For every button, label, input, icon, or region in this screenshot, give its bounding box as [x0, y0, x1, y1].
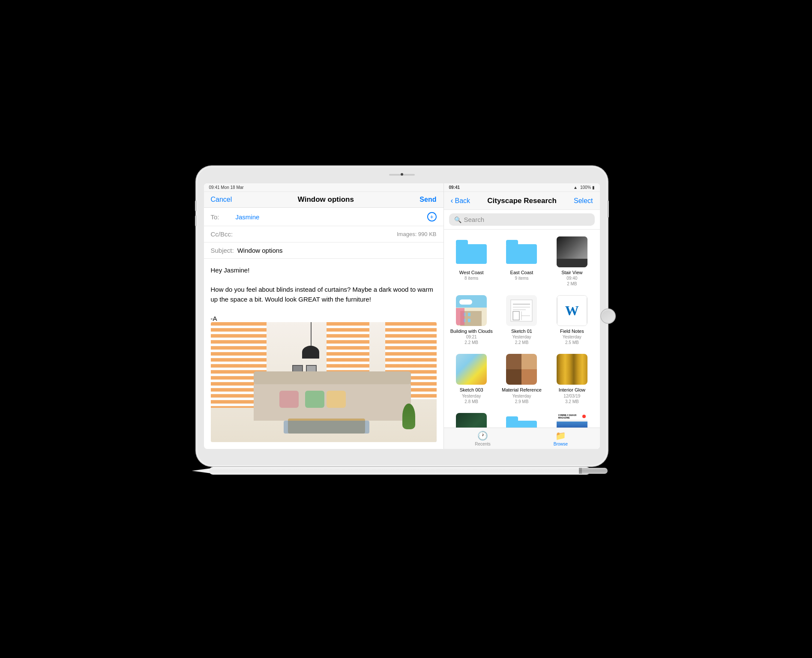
folder-body-2 — [506, 244, 537, 264]
file-item-stair-view[interactable]: Stair View 09:40 2 MB — [548, 233, 596, 290]
west-coast-thumb — [456, 236, 487, 267]
building-meta2: 2.2 MB — [464, 340, 478, 345]
back-arrow-icon: ‹ — [451, 196, 453, 205]
battery-percent: 100% — [580, 185, 591, 190]
recents-icon: 🕐 — [477, 431, 488, 441]
recents-label: Recents — [475, 442, 491, 446]
volume-up-button[interactable] — [195, 200, 197, 211]
search-bar[interactable]: 🔍 Search — [449, 213, 595, 226]
subject-label: Subject: — [211, 247, 234, 254]
sketch003-meta2: 2.8 MB — [464, 399, 478, 404]
browse-icon: 📁 — [555, 431, 566, 441]
folder3-icon — [506, 416, 537, 428]
battery-icon: ▮ — [592, 185, 595, 190]
cancel-button[interactable]: Cancel — [211, 196, 232, 203]
interior-name: Interior Glow — [559, 387, 585, 393]
ipad-screen: 09:41 Mon 18 Mar Cancel Window options S… — [204, 183, 600, 449]
building-accent — [456, 308, 464, 325]
file-item-west-coast[interactable]: West Coast 8 items — [447, 233, 496, 290]
body-signature: -A — [211, 314, 437, 323]
mail-status-bar: 09:41 Mon 18 Mar — [204, 183, 443, 192]
folder-body — [456, 244, 487, 264]
east-coast-meta: 9 items — [515, 275, 528, 281]
interior-image — [557, 354, 587, 385]
back-button[interactable]: ‹ Back — [451, 196, 470, 205]
stair-view-thumb — [557, 236, 587, 267]
to-field: To: Jasmine + — [204, 208, 443, 226]
folder-icon-2 — [506, 240, 537, 264]
file-item-sketch01[interactable]: Sketch 01 Yesterday 2.2 MB — [497, 292, 546, 349]
to-value[interactable]: Jasmine — [236, 213, 427, 221]
body-line-2: How do you feel about blinds instead of … — [211, 285, 437, 304]
file-item-green-book[interactable] — [447, 410, 496, 428]
images-size-label: Images: 990 KB — [397, 231, 437, 237]
material-name: Material Reference — [502, 387, 542, 393]
files-time: 09:41 — [449, 185, 460, 190]
file-item-field-notes[interactable]: W Field Notes Yesterday 2.5 MB — [548, 292, 596, 349]
mail-toolbar: Cancel Window options Send — [204, 192, 443, 208]
sketch01-meta2: 2.2 MB — [515, 340, 529, 345]
search-icon: 🔍 — [454, 216, 461, 223]
file-item-east-coast[interactable]: East Coast 9 items — [497, 233, 546, 290]
green-book-image — [456, 413, 487, 428]
files-panel: 09:41 ▲ 100% ▮ ‹ Back Citysc — [444, 183, 600, 449]
pendant-shade — [302, 346, 319, 359]
material-thumb — [506, 354, 537, 385]
front-camera — [401, 173, 403, 176]
sketch01-image — [506, 295, 537, 326]
cc-label: Cc/Bcc: — [211, 230, 233, 238]
mail-date: Mon 18 Mar — [221, 185, 243, 190]
mail-time: 09:41 — [209, 185, 220, 190]
file-item-material[interactable]: Material Reference Yesterday 2.9 MB — [497, 350, 546, 407]
sketch003-thumb — [456, 354, 487, 385]
file-item-interior[interactable]: Interior Glow 12/03/19 3.2 MB — [548, 350, 596, 407]
back-label: Back — [455, 197, 470, 205]
pendant-cord — [311, 322, 312, 348]
files-tabbar: 🕐 Recents 📁 Browse — [444, 428, 600, 449]
couch-back — [254, 371, 411, 384]
apple-pencil — [192, 467, 608, 475]
browse-label: Browse — [554, 442, 568, 446]
folder3-thumb — [506, 413, 537, 428]
folder3-body — [506, 421, 537, 428]
scene: 09:41 Mon 18 Mar Cancel Window options S… — [171, 158, 642, 500]
add-recipient-button[interactable]: + — [427, 212, 437, 221]
select-button[interactable]: Select — [574, 197, 593, 205]
search-placeholder: Search — [464, 216, 485, 223]
material-cell-3 — [506, 369, 521, 385]
stair-base — [557, 259, 587, 267]
browse-tab[interactable]: 📁 Browse — [522, 428, 600, 449]
file-item-folder3[interactable] — [497, 410, 546, 428]
material-cell-1 — [506, 354, 521, 369]
material-meta1: Yesterday — [512, 393, 531, 399]
floor-mat — [284, 421, 369, 434]
wifi-icon: ▲ — [573, 185, 578, 190]
file-item-sketch003[interactable]: Sketch 003 Yesterday 2.8 MB — [447, 350, 496, 407]
folder-icon — [456, 240, 487, 264]
subject-field[interactable]: Subject: Window options — [204, 242, 443, 259]
power-button[interactable] — [607, 200, 609, 218]
battery-indicator: 100% ▮ — [580, 185, 595, 190]
sketch01-thumb — [506, 295, 537, 326]
file-item-magazine[interactable]: COMME // GEAUXMAGAZINE — [548, 410, 596, 428]
mail-body[interactable]: Hey Jasmine! How do you feel about blind… — [204, 259, 443, 322]
stair-view-name: Stair View — [561, 270, 582, 275]
pencil-tip — [192, 468, 211, 473]
files-nav: ‹ Back Cityscape Research Select — [444, 192, 600, 210]
file-item-building[interactable]: Building with Clouds 09:21 2.2 MB — [447, 292, 496, 349]
volume-down-button[interactable] — [195, 215, 197, 226]
sketch003-meta1: Yesterday — [462, 393, 481, 399]
send-button[interactable]: Send — [419, 196, 436, 203]
files-status-bar: 09:41 ▲ 100% ▮ — [444, 183, 600, 192]
ipad-frame: 09:41 Mon 18 Mar Cancel Window options S… — [196, 166, 608, 466]
stair-view-meta2: 2 MB — [567, 281, 577, 287]
home-button[interactable] — [600, 308, 616, 324]
material-cell-4 — [521, 369, 537, 385]
recents-tab[interactable]: 🕐 Recents — [444, 428, 522, 449]
building-meta1: 09:21 — [466, 334, 477, 340]
building-name: Building with Clouds — [450, 329, 493, 334]
field-notes-name: Field Notes — [560, 329, 584, 334]
files-search-container: 🔍 Search — [444, 210, 600, 230]
stair-view-meta1: 09:40 — [566, 275, 577, 281]
field-notes-thumb: W — [557, 295, 587, 326]
